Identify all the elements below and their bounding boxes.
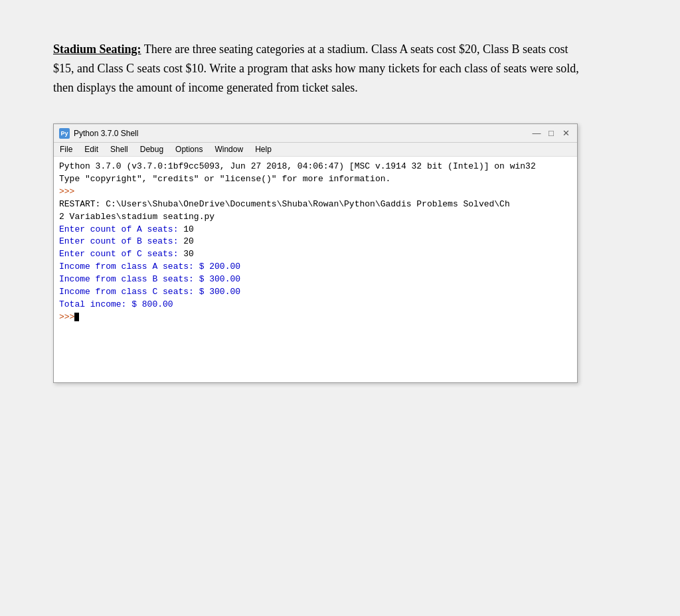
- prompt-final: >>>: [59, 311, 572, 324]
- titlebar-left: Py Python 3.7.0 Shell: [59, 128, 138, 139]
- output-line-a: Income from class A seats: $ 200.00: [59, 261, 572, 273]
- python-shell-window: Py Python 3.7.0 Shell — □ ✕ File Edit Sh…: [53, 123, 578, 383]
- menu-debug[interactable]: Debug: [138, 144, 165, 155]
- prompt-initial: >>>: [59, 186, 572, 198]
- problem-title: Stadium Seating:: [53, 42, 141, 56]
- python-icon: Py: [59, 128, 70, 139]
- menu-file[interactable]: File: [58, 144, 74, 155]
- problem-description: Stadium Seating: There are three seating…: [53, 40, 584, 97]
- output-line-c: Income from class C seats: $ 300.00: [59, 286, 572, 299]
- menu-options[interactable]: Options: [173, 144, 205, 155]
- menu-edit[interactable]: Edit: [82, 144, 100, 155]
- shell-titlebar: Py Python 3.7.0 Shell — □ ✕: [54, 124, 577, 143]
- input-line-b: Enter count of B seats: 20: [59, 236, 572, 248]
- maximize-button[interactable]: □: [545, 127, 557, 139]
- cursor-blink: [74, 313, 79, 321]
- input-line-c: Enter count of C seats: 30: [59, 248, 572, 261]
- shell-body[interactable]: Python 3.7.0 (v3.7.0:1bf9cc5093, Jun 27 …: [54, 157, 577, 382]
- startup-line-2: Type "copyright", "credits" or "license(…: [59, 173, 572, 186]
- page-content: Stadium Seating: There are three seating…: [0, 0, 680, 410]
- restart-line-1: RESTART: C:\Users\Shuba\OneDrive\Documen…: [59, 198, 572, 211]
- shell-menubar: File Edit Shell Debug Options Window Hel…: [54, 143, 577, 157]
- close-button[interactable]: ✕: [560, 127, 572, 139]
- startup-line-1: Python 3.7.0 (v3.7.0:1bf9cc5093, Jun 27 …: [59, 161, 572, 173]
- menu-help[interactable]: Help: [253, 144, 274, 155]
- shell-title: Python 3.7.0 Shell: [74, 129, 138, 138]
- minimize-button[interactable]: —: [531, 127, 543, 139]
- restart-line-2: 2 Variables\stadium seating.py: [59, 211, 572, 224]
- output-total: Total income: $ 800.00: [59, 299, 572, 311]
- window-controls: — □ ✕: [531, 127, 572, 139]
- menu-window[interactable]: Window: [212, 144, 245, 155]
- input-line-a: Enter count of A seats: 10: [59, 224, 572, 236]
- output-line-b: Income from class B seats: $ 300.00: [59, 273, 572, 286]
- menu-shell[interactable]: Shell: [108, 144, 130, 155]
